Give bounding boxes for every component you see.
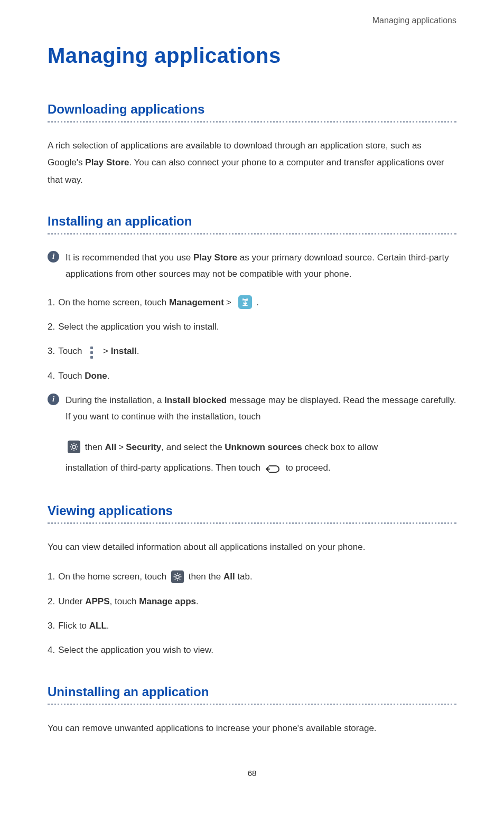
bold-install-blocked: Install blocked xyxy=(164,395,227,405)
text: During the installation, a xyxy=(66,395,164,405)
text: check box to allow xyxy=(302,442,378,452)
app-download-icon xyxy=(238,295,252,309)
heading-uninstalling: Uninstalling an application xyxy=(48,685,456,699)
info-callout: i It is recommended that you use Play St… xyxy=(48,249,456,283)
text: . xyxy=(256,297,259,307)
paragraph-viewing: You can view detailed information about … xyxy=(48,539,456,556)
info-callout: i During the installation, a Install blo… xyxy=(48,392,456,425)
paragraph-uninstalling: You can remove unwanted applications to … xyxy=(48,720,456,737)
bold-unknown-sources: Unknown sources xyxy=(225,442,302,452)
back-icon xyxy=(265,464,281,474)
paragraph-downloading: A rich selection of applications are ava… xyxy=(48,137,456,189)
bold-security: Security xyxy=(126,442,161,452)
heading-viewing: Viewing applications xyxy=(48,503,456,518)
step-3: 3. Flick to ALL. xyxy=(48,617,456,634)
callout-continuation: then All>Security, and select the Unknow… xyxy=(66,437,456,478)
svg-rect-18 xyxy=(179,578,181,580)
step-number: 2. xyxy=(48,319,55,335)
text: to proceed. xyxy=(286,463,331,473)
step-text: On the home screen, touch then the All t… xyxy=(58,568,253,585)
text: . xyxy=(137,346,139,356)
step-text: Flick to ALL. xyxy=(58,617,109,634)
bold-done: Done xyxy=(85,371,107,381)
bold-management: Management xyxy=(169,297,224,307)
step-text: Touch > Install. xyxy=(58,343,139,360)
svg-rect-4 xyxy=(70,446,71,447)
bold-play-store: Play Store xyxy=(193,252,237,263)
step-2: 2. Under APPS, touch Manage apps. xyxy=(48,593,456,610)
step-1: 1. On the home screen, touch Management>… xyxy=(48,294,456,311)
svg-rect-15 xyxy=(179,574,181,575)
line: installation of third-party applications… xyxy=(66,457,456,478)
bold-all: All xyxy=(105,442,117,452)
text: . xyxy=(107,621,109,631)
page-number: 68 xyxy=(48,769,456,778)
chevron-text: > xyxy=(226,297,231,307)
svg-rect-13 xyxy=(173,576,174,577)
step-number: 3. xyxy=(48,617,55,634)
info-icon: i xyxy=(48,394,59,405)
step-number: 1. xyxy=(48,294,55,311)
svg-rect-9 xyxy=(76,448,77,450)
svg-point-1 xyxy=(72,445,76,448)
text: , touch xyxy=(110,596,139,606)
step-text: On the home screen, touch Management> . xyxy=(58,294,259,311)
svg-rect-14 xyxy=(180,576,181,577)
svg-rect-3 xyxy=(73,450,74,451)
step-number: 2. xyxy=(48,593,55,610)
step-number: 3. xyxy=(48,343,55,360)
bold-manage-apps: Manage apps xyxy=(139,596,196,606)
svg-rect-6 xyxy=(76,444,77,445)
heading-downloading: Downloading applications xyxy=(48,102,456,117)
step-text: Touch Done. xyxy=(58,368,109,385)
settings-icon xyxy=(171,570,184,583)
svg-rect-17 xyxy=(174,574,176,575)
bold-apps: APPS xyxy=(85,596,109,606)
overflow-menu-icon xyxy=(88,347,95,359)
bold-all-tab: All xyxy=(223,572,235,582)
text: , and select the xyxy=(161,442,225,452)
svg-rect-11 xyxy=(177,573,178,574)
svg-rect-2 xyxy=(73,443,74,444)
bold-all: ALL xyxy=(89,621,107,631)
section-divider xyxy=(48,704,456,705)
document-page: Managing applications Managing applicati… xyxy=(0,0,504,809)
svg-rect-8 xyxy=(71,444,72,445)
step-2: 2. Select the application you wish to in… xyxy=(48,319,456,335)
bold-play-store: Play Store xyxy=(85,157,129,167)
section-divider xyxy=(48,233,456,235)
step-text: Select the application you wish to insta… xyxy=(58,319,219,335)
settings-icon xyxy=(68,441,80,453)
step-3: 3. Touch > Install. xyxy=(48,343,456,360)
step-1: 1. On the home screen, touch then the Al… xyxy=(48,568,456,585)
chevron-text: > xyxy=(103,346,108,356)
callout-text: During the installation, a Install block… xyxy=(66,392,456,425)
section-divider xyxy=(48,522,456,524)
callout-text: It is recommended that you use Play Stor… xyxy=(66,249,456,283)
text: Touch xyxy=(58,371,85,381)
page-title: Managing applications xyxy=(48,44,456,68)
step-4: 4. Touch Done. xyxy=(48,368,456,385)
svg-rect-5 xyxy=(77,446,78,447)
svg-point-10 xyxy=(176,575,179,578)
step-text: Select the application you wish to view. xyxy=(58,642,213,659)
svg-rect-16 xyxy=(174,578,176,580)
text: Under xyxy=(58,596,85,606)
step-number: 1. xyxy=(48,568,55,585)
text: Flick to xyxy=(58,621,89,631)
svg-rect-7 xyxy=(71,448,72,450)
text: . xyxy=(196,596,199,606)
text: On the home screen, touch xyxy=(58,297,169,307)
step-4: 4. Select the application you wish to vi… xyxy=(48,642,456,659)
text: It is recommended that you use xyxy=(66,252,193,263)
text: tab. xyxy=(235,572,253,582)
step-number: 4. xyxy=(48,642,55,659)
text: On the home screen, touch xyxy=(58,572,169,582)
step-text: Under APPS, touch Manage apps. xyxy=(58,593,199,610)
line: then All>Security, and select the Unknow… xyxy=(66,437,456,457)
info-icon: i xyxy=(48,251,59,263)
text: . xyxy=(107,371,110,381)
section-divider xyxy=(48,121,456,123)
text: then xyxy=(85,442,105,452)
text: installation of third-party applications… xyxy=(66,463,263,473)
